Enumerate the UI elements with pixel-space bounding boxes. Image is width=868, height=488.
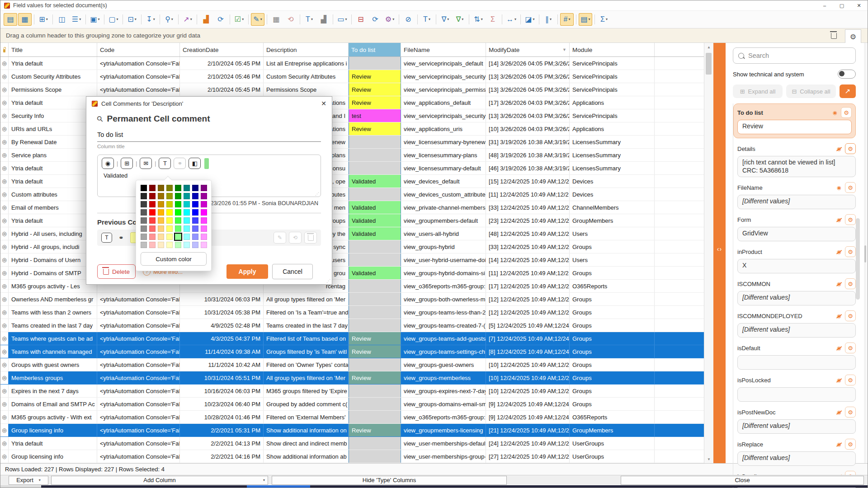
cell-module[interactable]: ServicePrincipals: [570, 109, 655, 122]
row-selector-icon[interactable]: ◎: [0, 188, 9, 201]
cell-modifydate[interactable]: [10] 3/26/2026 04:03 PM;3/26/2: [486, 122, 570, 135]
current-fill-color-swatch[interactable]: [204, 158, 209, 169]
field-value[interactable]: [737, 387, 856, 402]
table-row[interactable]: ◎Groups with guest owners<ytriaAutomatio…: [0, 358, 713, 371]
cell-module[interactable]: O365Reports: [570, 411, 655, 423]
cell-creationdate[interactable]: 2/2/2021 05:31 PM: [180, 424, 264, 436]
cell-modifydate[interactable]: [12] 12/24/2025 10:49 AM;12/2: [486, 293, 570, 305]
cell-creationdate[interactable]: 2/2/2021 04:16 PM: [180, 450, 264, 463]
cell-modifydate[interactable]: [7] 12/24/2025 10:49 AM;12/24,: [486, 332, 570, 345]
search-input[interactable]: Search: [733, 47, 856, 64]
cell-title[interactable]: Memberless groups: [9, 371, 97, 384]
field-value[interactable]: X: [737, 259, 856, 273]
cell-modifydate[interactable]: [5] 12/24/2025 10:49 AM;12/24,: [486, 319, 570, 332]
cell-title[interactable]: Ytria default: [9, 175, 97, 188]
freeze-column-icon[interactable]: ◫: [55, 13, 69, 26]
cell-todo[interactable]: [349, 319, 401, 332]
color-swatch[interactable]: [184, 193, 190, 199]
cell-module[interactable]: Devices: [570, 188, 655, 201]
color-swatch[interactable]: [201, 209, 207, 216]
grid-reset-icon[interactable]: ⟲: [284, 13, 297, 26]
row-selector-icon[interactable]: ◎: [0, 227, 9, 240]
cell-title[interactable]: Teams created in the last 7 day: [9, 319, 97, 332]
sort-icon[interactable]: ⇅▾: [472, 13, 485, 26]
field-settings-gear-icon[interactable]: ⚙: [845, 182, 856, 193]
cell-todo[interactable]: [349, 280, 401, 292]
edit-comment-icon[interactable]: ✎: [274, 232, 286, 244]
numbering-icon[interactable]: #▾: [560, 13, 574, 26]
delete-row-icon[interactable]: ⊟: [354, 13, 368, 26]
table-row[interactable]: ◎Expires in the next 7 days<ytriaAutomat…: [0, 385, 713, 398]
cell-frame-icon[interactable]: ▭▾: [335, 13, 349, 26]
cell-modifydate[interactable]: [48] 3/19/2026 10:38 AM;3/19/2: [486, 149, 570, 161]
cell-todo[interactable]: [349, 253, 401, 266]
cell-title[interactable]: Expires in the next 7 days: [9, 385, 97, 397]
copy-icon[interactable]: ⊡▾: [125, 13, 139, 26]
editor-resize-grip[interactable]: ⋰: [315, 192, 319, 196]
field-settings-gear-icon[interactable]: ⚙: [845, 278, 856, 289]
eye-hidden-icon[interactable]: ◉: [835, 377, 843, 383]
color-swatch[interactable]: [166, 234, 173, 240]
cell-title[interactable]: Teams with less than 2 owners: [9, 306, 97, 319]
color-swatch[interactable]: [201, 225, 207, 232]
text-tools-icon[interactable]: T▾: [420, 13, 434, 26]
color-swatch[interactable]: [201, 185, 207, 191]
cell-todo[interactable]: Review: [349, 122, 401, 135]
cell-creationdate[interactable]: 2/10/2024 05:45 PM: [180, 83, 264, 96]
sum-rows-icon[interactable]: Σ: [486, 13, 500, 26]
cell-todo[interactable]: [349, 162, 401, 174]
color-swatch[interactable]: [166, 193, 173, 199]
cell-module[interactable]: Groups: [570, 398, 655, 410]
color-swatch[interactable]: [184, 225, 190, 232]
row-selector-icon[interactable]: ◎: [0, 122, 9, 135]
cell-filename[interactable]: view_groups-hybrid: [401, 240, 486, 253]
cell-todo[interactable]: Review: [349, 332, 401, 345]
custom-color-button[interactable]: Custom color: [141, 252, 207, 266]
eye-hidden-icon[interactable]: ◉: [835, 345, 843, 351]
collapse-panel-chevrons-icon[interactable]: ‹›: [713, 245, 726, 253]
cell-filename[interactable]: view_applications_uris: [401, 122, 486, 135]
cell-title[interactable]: Hybrid - Domains of Usern: [9, 253, 97, 266]
table-row[interactable]: ◎M365 groups activity - With ext<ytriaAu…: [0, 411, 713, 424]
color-swatch[interactable]: [175, 225, 181, 232]
cell-todo[interactable]: [349, 240, 401, 253]
cell-creationdate[interactable]: 4/9/2025 02:48 PM: [180, 319, 264, 332]
cell-title[interactable]: M365 groups activity - Les: [9, 280, 97, 292]
table-row[interactable]: ◎Teams with channels managed<ytriaAutoma…: [0, 345, 713, 358]
cell-modifydate[interactable]: [21] 12/24/2025 10:49 AM;12/2: [486, 424, 570, 436]
cell-creationdate[interactable]: 11/14/2024 09:38 AM: [180, 345, 264, 358]
cell-creationdate[interactable]: 10/16/2024 06:03 PM: [180, 385, 264, 397]
fill-color-icon[interactable]: ◧: [189, 158, 201, 169]
cell-module[interactable]: GroupMembers: [570, 214, 655, 227]
color-swatch[interactable]: [192, 209, 198, 216]
cell-todo[interactable]: [349, 358, 401, 371]
row-selector-icon[interactable]: ◎: [0, 267, 9, 279]
panel-splitter[interactable]: ‹›: [713, 43, 726, 463]
cell-modifydate[interactable]: [11] 12/24/2025 10:49 AM;12/2: [486, 188, 570, 201]
column-header-creationdate[interactable]: CreationDate: [180, 43, 264, 56]
field-settings-gear-icon[interactable]: ⚙: [845, 310, 856, 321]
field-value[interactable]: [737, 355, 856, 370]
cell-title[interactable]: URIs and URLs: [9, 122, 97, 135]
color-swatch[interactable]: [149, 209, 156, 216]
cell-code[interactable]: <ytriaAutomation Console='Fal:: [97, 371, 180, 384]
cell-description[interactable]: Grouped by added comment c(: [264, 398, 349, 410]
cell-creationdate[interactable]: 11/1/2024 10:42 AM: [180, 358, 264, 371]
cell-description[interactable]: Filtered on 'External Members': [264, 411, 349, 423]
cell-modifydate[interactable]: [12] 12/24/2025 10:49 AM;12/2: [486, 306, 570, 319]
format-painter-icon[interactable]: ◪▾: [523, 13, 537, 26]
cancel-button[interactable]: Cancel: [272, 264, 313, 279]
row-selector-icon[interactable]: ◎: [0, 371, 9, 384]
cell-module[interactable]: LicensesSummary: [570, 162, 655, 174]
cell-modifydate[interactable]: [10] 12/24/2025 10:49 AM;12/2: [486, 358, 570, 371]
cell-todo[interactable]: [349, 306, 401, 319]
cell-code[interactable]: <ytriaAutomation Console='Fal:: [97, 306, 180, 319]
color-swatch[interactable]: [192, 217, 198, 224]
table-row[interactable]: ◎Ytria default<ytriaAutomation Console='…: [0, 437, 713, 450]
cell-filename[interactable]: view_serviceprincipals_default: [401, 57, 486, 70]
cell-title[interactable]: Ytria default: [9, 96, 97, 109]
cell-description[interactable]: List all Entreprise applications i: [264, 57, 349, 70]
cell-title[interactable]: M365 groups activity - With ext: [9, 411, 97, 423]
cell-filename[interactable]: view_serviceprincipals_permissi: [401, 83, 486, 96]
column-header-to-do-list[interactable]: To do list: [349, 43, 401, 56]
